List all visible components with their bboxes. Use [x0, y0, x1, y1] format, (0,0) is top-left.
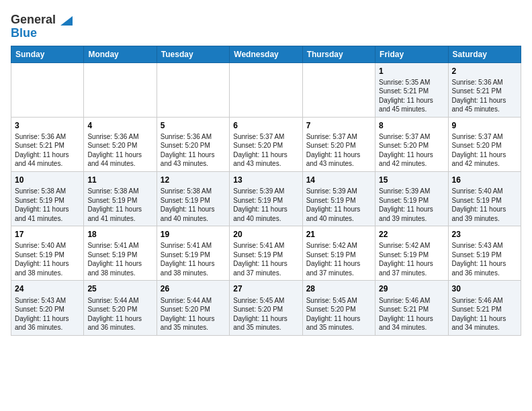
day-info: Sunrise: 5:36 AMSunset: 5:21 PMDaylight:…: [15, 132, 80, 169]
day-info: Sunrise: 5:45 AMSunset: 5:20 PMDaylight:…: [233, 296, 298, 332]
day-number: 10: [15, 175, 80, 185]
col-header-wednesday: Wednesday: [230, 46, 302, 62]
col-header-sunday: Sunday: [11, 46, 84, 62]
calendar-week-2: 3Sunrise: 5:36 AMSunset: 5:21 PMDaylight…: [11, 117, 521, 171]
day-number: 16: [452, 175, 517, 185]
day-info: Sunrise: 5:42 AMSunset: 5:19 PMDaylight:…: [379, 241, 444, 277]
day-number: 5: [161, 120, 226, 131]
day-number: 21: [306, 229, 371, 240]
day-info: Sunrise: 5:36 AMSunset: 5:20 PMDaylight:…: [161, 132, 226, 169]
calendar-cell: 26Sunrise: 5:44 AMSunset: 5:20 PMDayligh…: [157, 281, 229, 335]
calendar-cell: 24Sunrise: 5:43 AMSunset: 5:20 PMDayligh…: [11, 281, 84, 335]
day-number: 14: [306, 175, 371, 185]
calendar-cell: 20Sunrise: 5:41 AMSunset: 5:19 PMDayligh…: [230, 226, 302, 281]
day-info: Sunrise: 5:38 AMSunset: 5:19 PMDaylight:…: [161, 187, 226, 223]
day-number: 11: [87, 175, 152, 185]
col-header-saturday: Saturday: [448, 46, 521, 62]
calendar-cell: [230, 62, 302, 117]
calendar-cell: 13Sunrise: 5:39 AMSunset: 5:19 PMDayligh…: [230, 171, 302, 226]
calendar-cell: 21Sunrise: 5:42 AMSunset: 5:19 PMDayligh…: [302, 226, 375, 281]
calendar-week-1: 1Sunrise: 5:35 AMSunset: 5:21 PMDaylight…: [11, 62, 521, 117]
day-info: Sunrise: 5:40 AMSunset: 5:19 PMDaylight:…: [15, 241, 80, 277]
calendar-cell: 29Sunrise: 5:46 AMSunset: 5:21 PMDayligh…: [375, 281, 448, 335]
day-number: 12: [161, 175, 226, 185]
calendar-cell: 22Sunrise: 5:42 AMSunset: 5:19 PMDayligh…: [375, 226, 448, 281]
day-info: Sunrise: 5:35 AMSunset: 5:21 PMDaylight:…: [379, 78, 444, 114]
day-info: Sunrise: 5:37 AMSunset: 5:20 PMDaylight:…: [452, 132, 517, 169]
day-number: 15: [379, 175, 444, 185]
day-info: Sunrise: 5:37 AMSunset: 5:20 PMDaylight:…: [233, 132, 298, 169]
day-number: 9: [452, 120, 517, 131]
day-number: 22: [379, 229, 444, 240]
day-info: Sunrise: 5:40 AMSunset: 5:19 PMDaylight:…: [452, 187, 517, 223]
calendar-cell: 12Sunrise: 5:38 AMSunset: 5:19 PMDayligh…: [157, 171, 229, 226]
day-number: 26: [161, 283, 226, 294]
calendar-cell: 1Sunrise: 5:35 AMSunset: 5:21 PMDaylight…: [375, 62, 448, 117]
day-info: Sunrise: 5:38 AMSunset: 5:19 PMDaylight:…: [87, 187, 152, 223]
calendar-header-row: SundayMondayTuesdayWednesdayThursdayFrid…: [11, 46, 521, 62]
calendar-cell: [84, 62, 157, 117]
day-number: 27: [233, 283, 298, 294]
day-info: Sunrise: 5:46 AMSunset: 5:21 PMDaylight:…: [379, 296, 444, 332]
day-number: 6: [233, 120, 298, 131]
day-info: Sunrise: 5:37 AMSunset: 5:20 PMDaylight:…: [306, 132, 371, 169]
day-info: Sunrise: 5:43 AMSunset: 5:20 PMDaylight:…: [15, 296, 80, 332]
calendar-cell: 2Sunrise: 5:36 AMSunset: 5:21 PMDaylight…: [448, 62, 521, 117]
logo-blue: Blue: [11, 26, 37, 40]
day-info: Sunrise: 5:37 AMSunset: 5:20 PMDaylight:…: [379, 132, 444, 169]
day-info: Sunrise: 5:43 AMSunset: 5:19 PMDaylight:…: [452, 241, 517, 277]
day-info: Sunrise: 5:41 AMSunset: 5:19 PMDaylight:…: [233, 241, 298, 277]
calendar-cell: 18Sunrise: 5:41 AMSunset: 5:19 PMDayligh…: [84, 226, 157, 281]
calendar-week-4: 17Sunrise: 5:40 AMSunset: 5:19 PMDayligh…: [11, 226, 521, 281]
logo-bird-icon: [60, 16, 73, 26]
col-header-monday: Monday: [84, 46, 157, 62]
calendar-cell: 30Sunrise: 5:46 AMSunset: 5:21 PMDayligh…: [448, 281, 521, 335]
day-number: 19: [161, 229, 226, 240]
calendar-cell: 4Sunrise: 5:36 AMSunset: 5:20 PMDaylight…: [84, 117, 157, 171]
calendar-table: SundayMondayTuesdayWednesdayThursdayFrid…: [11, 46, 521, 336]
day-number: 24: [15, 283, 80, 294]
day-number: 25: [87, 283, 152, 294]
day-number: 2: [452, 66, 517, 77]
day-number: 3: [15, 120, 80, 131]
col-header-thursday: Thursday: [302, 46, 375, 62]
calendar-week-5: 24Sunrise: 5:43 AMSunset: 5:20 PMDayligh…: [11, 281, 521, 335]
day-info: Sunrise: 5:39 AMSunset: 5:19 PMDaylight:…: [379, 187, 444, 223]
calendar-cell: 17Sunrise: 5:40 AMSunset: 5:19 PMDayligh…: [11, 226, 84, 281]
page-header: General Blue: [11, 11, 521, 40]
col-header-tuesday: Tuesday: [157, 46, 229, 62]
calendar-cell: 11Sunrise: 5:38 AMSunset: 5:19 PMDayligh…: [84, 171, 157, 226]
day-info: Sunrise: 5:38 AMSunset: 5:19 PMDaylight:…: [15, 187, 80, 223]
day-number: 7: [306, 120, 371, 131]
calendar-cell: 3Sunrise: 5:36 AMSunset: 5:21 PMDaylight…: [11, 117, 84, 171]
calendar-cell: 7Sunrise: 5:37 AMSunset: 5:20 PMDaylight…: [302, 117, 375, 171]
day-number: 28: [306, 283, 371, 294]
day-number: 1: [379, 66, 444, 77]
day-number: 8: [379, 120, 444, 131]
day-info: Sunrise: 5:41 AMSunset: 5:19 PMDaylight:…: [161, 241, 226, 277]
calendar-cell: 25Sunrise: 5:44 AMSunset: 5:20 PMDayligh…: [84, 281, 157, 335]
logo-text: General Blue: [11, 13, 73, 40]
day-info: Sunrise: 5:44 AMSunset: 5:20 PMDaylight:…: [161, 296, 226, 332]
day-number: 23: [452, 229, 517, 240]
logo-general: General: [11, 13, 56, 26]
svg-marker-0: [60, 16, 73, 26]
calendar-cell: 19Sunrise: 5:41 AMSunset: 5:19 PMDayligh…: [157, 226, 229, 281]
calendar-cell: 23Sunrise: 5:43 AMSunset: 5:19 PMDayligh…: [448, 226, 521, 281]
logo: General Blue: [11, 13, 73, 40]
day-info: Sunrise: 5:39 AMSunset: 5:19 PMDaylight:…: [306, 187, 371, 223]
day-info: Sunrise: 5:44 AMSunset: 5:20 PMDaylight:…: [87, 296, 152, 332]
day-info: Sunrise: 5:45 AMSunset: 5:20 PMDaylight:…: [306, 296, 371, 332]
calendar-cell: [302, 62, 375, 117]
col-header-friday: Friday: [375, 46, 448, 62]
calendar-cell: 5Sunrise: 5:36 AMSunset: 5:20 PMDaylight…: [157, 117, 229, 171]
day-number: 18: [87, 229, 152, 240]
calendar-cell: 16Sunrise: 5:40 AMSunset: 5:19 PMDayligh…: [448, 171, 521, 226]
day-info: Sunrise: 5:36 AMSunset: 5:21 PMDaylight:…: [452, 78, 517, 114]
day-info: Sunrise: 5:39 AMSunset: 5:19 PMDaylight:…: [233, 187, 298, 223]
calendar-cell: 27Sunrise: 5:45 AMSunset: 5:20 PMDayligh…: [230, 281, 302, 335]
day-number: 20: [233, 229, 298, 240]
calendar-cell: 28Sunrise: 5:45 AMSunset: 5:20 PMDayligh…: [302, 281, 375, 335]
day-number: 29: [379, 283, 444, 294]
calendar-cell: 14Sunrise: 5:39 AMSunset: 5:19 PMDayligh…: [302, 171, 375, 226]
